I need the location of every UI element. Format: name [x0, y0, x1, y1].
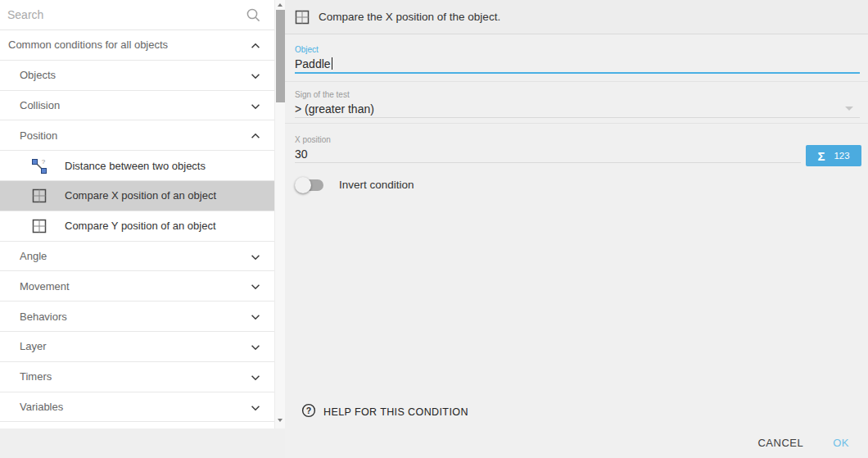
- sigma-icon: Σ: [817, 149, 825, 163]
- condition-editor-dialog: Common conditions for all objects Object…: [0, 0, 868, 458]
- chevron-down-icon: [249, 280, 262, 297]
- search-icon: [246, 7, 261, 26]
- sidebar-item-label: Variables: [20, 401, 63, 413]
- sidebar-item-label: Layer: [20, 340, 47, 352]
- sign-field-underline: [295, 117, 860, 118]
- dropdown-caret-icon: [845, 107, 853, 111]
- dialog-actions: CANCEL OK: [285, 430, 868, 455]
- x-position-field-label: X position: [295, 135, 331, 144]
- scrollbar-down-arrow-icon[interactable]: [275, 415, 285, 425]
- chevron-down-icon: [249, 100, 262, 116]
- condition-parameters-panel: Compare the X position of the object. Ob…: [285, 0, 868, 458]
- sidebar-item-label: Collision: [20, 99, 60, 111]
- svg-text:?: ?: [306, 406, 311, 415]
- text-caret: [332, 57, 332, 70]
- object-field-label: Object: [295, 45, 319, 54]
- condition-item-compare-x-position[interactable]: Compare X position of an object: [0, 181, 274, 211]
- svg-text:?: ?: [42, 158, 46, 166]
- sidebar-footer: [0, 429, 285, 458]
- condition-item-label: Compare X position of an object: [65, 189, 216, 202]
- sidebar-item-label: Angle: [20, 250, 47, 262]
- sidebar-item-angle[interactable]: Angle: [0, 242, 274, 272]
- chevron-up-icon: [249, 129, 262, 146]
- conditions-sidebar: Common conditions for all objects Object…: [0, 0, 285, 458]
- condition-title: Compare the X position of the object.: [319, 11, 500, 23]
- sign-of-test-select[interactable]: Sign of the test > (greater than): [285, 82, 868, 124]
- conditions-list: Common conditions for all objects Object…: [0, 0, 274, 422]
- expression-button-label: 123: [834, 151, 849, 161]
- compare-position-icon: [295, 10, 310, 25]
- chevron-down-icon: [249, 401, 262, 418]
- object-field[interactable]: Object Paddle: [285, 34, 868, 82]
- search-row: [0, 0, 274, 30]
- sign-field-label: Sign of the test: [295, 90, 350, 99]
- sidebar-item-objects[interactable]: Objects: [0, 61, 274, 91]
- x-position-field-value[interactable]: 30: [295, 147, 308, 161]
- chevron-down-icon: [249, 311, 262, 327]
- distance-icon: ?: [31, 157, 47, 174]
- editor-spacer: [285, 200, 868, 401]
- x-position-field[interactable]: X position 30 Σ 123: [285, 124, 868, 170]
- condition-item-distance-between-objects[interactable]: ? Distance between two objects: [0, 151, 274, 181]
- chevron-up-icon: [249, 39, 262, 56]
- invert-condition-row: Invert condition: [285, 170, 868, 200]
- object-field-underline: [295, 72, 860, 74]
- chevron-down-icon: [249, 371, 262, 388]
- scrollbar-up-arrow-icon[interactable]: [275, 0, 285, 10]
- sidebar-item-layer[interactable]: Layer: [0, 332, 274, 362]
- compare-position-icon: [31, 218, 47, 234]
- compare-position-icon: [31, 188, 47, 204]
- help-icon: ?: [301, 403, 316, 421]
- sidebar-item-common-conditions[interactable]: Common conditions for all objects: [0, 30, 274, 61]
- sidebar-item-label: Movement: [20, 280, 70, 292]
- expression-editor-button[interactable]: Σ 123: [806, 145, 861, 166]
- sidebar-item-collision[interactable]: Collision: [0, 91, 274, 121]
- sidebar-item-label: Position: [20, 129, 57, 142]
- sidebar-scroll-area: Common conditions for all objects Object…: [0, 0, 285, 429]
- search-input[interactable]: [0, 8, 237, 21]
- sidebar-item-position[interactable]: Position: [0, 120, 274, 151]
- sidebar-item-label: Objects: [20, 69, 56, 81]
- chevron-down-icon: [249, 70, 262, 86]
- invert-condition-label: Invert condition: [339, 179, 414, 191]
- help-link[interactable]: ? HELP FOR THIS CONDITION: [285, 401, 868, 423]
- scrollbar-thumb[interactable]: [276, 10, 285, 102]
- help-link-label: HELP FOR THIS CONDITION: [323, 406, 468, 418]
- sidebar-item-label: Timers: [20, 370, 52, 383]
- ok-button[interactable]: OK: [833, 437, 849, 449]
- chevron-down-icon: [249, 251, 262, 267]
- toggle-thumb: [295, 177, 311, 193]
- sidebar-item-behaviors[interactable]: Behaviors: [0, 302, 274, 332]
- sidebar-scrollbar[interactable]: [274, 0, 285, 429]
- invert-condition-toggle[interactable]: [295, 177, 325, 193]
- sidebar-item-variables[interactable]: Variables: [0, 392, 274, 423]
- condition-header: Compare the X position of the object.: [285, 0, 868, 34]
- condition-item-compare-y-position[interactable]: Compare Y position of an object: [0, 211, 274, 242]
- object-field-value[interactable]: Paddle: [295, 57, 332, 70]
- sidebar-item-label: Common conditions for all objects: [8, 39, 168, 51]
- cancel-button[interactable]: CANCEL: [757, 437, 803, 449]
- condition-item-label: Compare Y position of an object: [65, 220, 216, 232]
- sidebar-item-label: Behaviors: [20, 311, 67, 323]
- chevron-down-icon: [249, 341, 262, 357]
- sidebar-item-movement[interactable]: Movement: [0, 271, 274, 302]
- sign-field-value[interactable]: > (greater than): [295, 102, 374, 116]
- condition-item-label: Distance between two objects: [65, 160, 206, 172]
- x-position-field-underline: [295, 162, 801, 163]
- sidebar-item-timers[interactable]: Timers: [0, 362, 274, 392]
